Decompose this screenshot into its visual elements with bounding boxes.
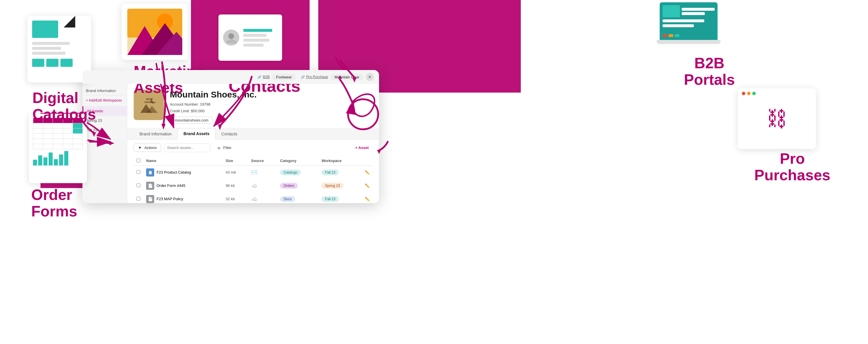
pro-purchases-mockup: ⛓ <box>738 88 816 149</box>
svg-point-14 <box>152 97 157 102</box>
link-icon: 🔗 <box>257 75 261 79</box>
pro-purchase-portal-link[interactable]: 🔗 Pro Purchase <box>301 75 328 79</box>
digital-catalogs-mockup <box>28 16 91 83</box>
catalog-lines <box>32 42 87 55</box>
edit-icon-2[interactable]: ✏️ <box>365 183 370 188</box>
pro-purchases-label: Pro Purchases <box>754 151 830 183</box>
row2-category: Orders <box>277 179 318 192</box>
tab-brand-assets[interactable]: Brand Assets <box>177 128 216 139</box>
name-header: Name <box>143 156 223 166</box>
checkbox-header <box>134 156 143 166</box>
row1-category-badge: Catalogs <box>280 169 301 175</box>
select-all-checkbox[interactable] <box>136 159 140 162</box>
edit-icon-3[interactable]: ✏️ <box>365 197 370 201</box>
filter-label: Filter <box>216 146 232 150</box>
order-forms-label: Order Forms <box>31 187 77 220</box>
chain-link-icon: ⛓ <box>767 107 787 130</box>
row3-workspace: Fall 23 <box>318 192 362 203</box>
marketing-image-svg <box>127 9 182 55</box>
catalog-boxes <box>32 59 87 67</box>
actions-label: Actions <box>138 146 157 150</box>
tab-brand-information[interactable]: Brand Information <box>134 129 177 139</box>
row3-file-icon: 📄 <box>146 195 154 203</box>
svg-point-7 <box>226 39 237 43</box>
filter-button[interactable]: ⚌ Filter <box>213 144 236 152</box>
row3-size: 32 kb <box>223 192 248 203</box>
row3-checkbox[interactable] <box>136 197 140 200</box>
digital-catalogs-label: Digital Catalogs <box>32 90 96 123</box>
row3-category-badge: Docs <box>280 196 295 202</box>
category-header: Category <box>277 156 318 166</box>
mountain-gear-chip[interactable]: Mountain Gear <box>331 74 363 81</box>
content-area: ▼ Actions ⚌ Filter + Asset Name <box>127 139 379 203</box>
row3-source-icon: ☁️ <box>251 196 257 202</box>
marketing-assets-mockup <box>122 3 188 60</box>
row3-checkbox-cell <box>134 192 143 203</box>
row1-size: 43 mb <box>223 165 248 179</box>
row2-name: Order Form #445 <box>157 183 185 188</box>
b2b-portal-link[interactable]: 🔗 B2B <box>257 75 270 79</box>
row1-source-icon: ✉️ <box>251 169 257 175</box>
row1-name-cell: 📋 F23 Product Catalog <box>143 165 223 179</box>
row3-source: ☁️ <box>248 192 277 203</box>
credit-limit: Credit Limit: $50,000 <box>170 107 373 114</box>
row2-size: 96 kb <box>223 179 248 192</box>
contact-avatar-icon <box>223 30 239 46</box>
edit-icon[interactable]: ✏️ <box>365 170 370 175</box>
close-button[interactable]: ✕ <box>366 73 374 81</box>
company-meta: Account Number: 19798 Credit Limit: $50,… <box>170 101 373 115</box>
b2b-tab-link[interactable]: B2B <box>263 75 270 79</box>
row2-checkbox[interactable] <box>136 183 140 187</box>
svg-point-6 <box>228 33 234 39</box>
b2b-portals-mockup <box>660 2 720 44</box>
row1-checkbox-cell <box>134 165 143 179</box>
table-row: 📄 Order Form #445 96 kb ☁️ Orders Sp <box>134 179 373 192</box>
row2-workspace: Spring 23 <box>318 179 362 192</box>
row3-name: F23 MAP Policy <box>157 197 183 201</box>
row2-edit[interactable]: ✏️ <box>362 179 373 192</box>
account-number: Account Number: 19798 <box>170 101 373 107</box>
company-website[interactable]: mountainshoes.com <box>170 117 213 124</box>
footwear-chip[interactable]: Footwear <box>272 74 296 81</box>
actions-button[interactable]: ▼ Actions <box>134 144 161 152</box>
table-row: 📄 F23 MAP Policy 32 kb ☁️ Docs Fall <box>134 192 373 203</box>
row1-workspace: Fall 23 <box>318 165 362 179</box>
row3-name-cell: 📄 F23 MAP Policy <box>143 192 223 203</box>
workspace-header: Workspace <box>318 156 362 166</box>
catalog-teal-block <box>32 21 58 38</box>
pro-purchase-tab-link[interactable]: Pro Purchase <box>306 75 328 79</box>
row1-source: ✉️ <box>248 165 277 179</box>
tab-contacts[interactable]: Contacts <box>216 129 243 139</box>
row2-category-badge: Orders <box>280 183 298 189</box>
sidebar-item-fall23[interactable]: Fall 23 <box>83 125 127 135</box>
row1-category: Catalogs <box>277 165 318 179</box>
window-top-bar: 🔗 B2B Footwear 🔗 Pro Purchase Mountain G… <box>83 70 379 84</box>
row2-name-cell: 📄 Order Form #445 <box>143 179 223 192</box>
table-header-row: Name Size Source Category Workspace <box>134 156 373 166</box>
size-header: Size <box>223 156 248 166</box>
row2-checkbox-cell <box>134 179 143 192</box>
row1-name: F23 Product Catalog <box>157 170 191 175</box>
row1-checkbox[interactable] <box>136 170 140 174</box>
order-forms-mockup <box>29 114 87 183</box>
main-content: MTN SHOES Mountain Shoes, Inc. Account N… <box>127 84 379 203</box>
search-input[interactable] <box>164 144 210 152</box>
row1-edit[interactable]: ✏️ <box>362 165 373 179</box>
add-asset-button[interactable]: + Asset <box>351 144 373 152</box>
row3-category: Docs <box>277 192 318 203</box>
row2-source-icon: ☁️ <box>251 183 257 189</box>
source-header: Source <box>248 156 277 166</box>
table-row: 📋 F23 Product Catalog 43 mb ✉️ Catalogs <box>134 165 373 179</box>
toolbar: ▼ Actions ⚌ Filter + Asset <box>134 144 373 152</box>
row3-edit[interactable]: ✏️ <box>362 192 373 203</box>
b2b-portals-label: B2B Portals <box>684 55 735 88</box>
row2-file-icon: 📄 <box>146 182 154 190</box>
contacts-mockup <box>218 14 282 61</box>
tabs-bar: Brand Information Brand Assets Contacts <box>127 128 379 139</box>
link-icon-2: 🔗 <box>301 75 305 79</box>
row2-source: ☁️ <box>248 179 277 192</box>
row2-workspace-badge: Spring 23 <box>321 183 343 189</box>
row1-workspace-badge: Fall 23 <box>321 169 339 175</box>
row3-workspace-badge: Fall 23 <box>321 196 339 202</box>
svg-rect-1 <box>127 9 182 38</box>
